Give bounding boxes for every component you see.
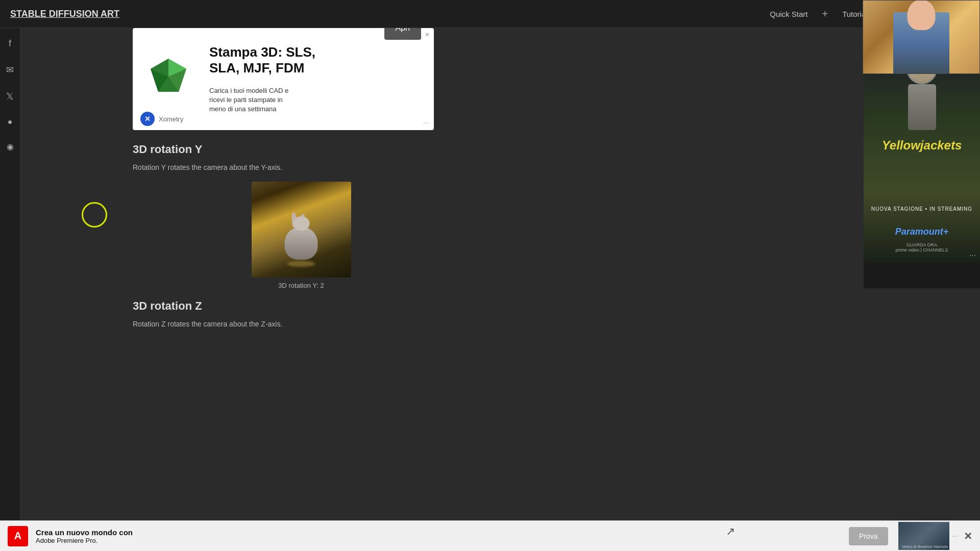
bottom-ad-button[interactable]: Prova	[849, 527, 888, 545]
top-ad-banner: ✕ Stampa 3D: SLS,SLA, MJF, FDM Apri Cari…	[133, 28, 434, 130]
webcam-overlay	[863, 0, 980, 74]
right-ad-sub-info: GUARDA ORAprime video | CHANNELS	[864, 242, 980, 253]
right-ad-title: Yellowjackets	[882, 138, 962, 153]
top-navigation: STABLE DIFFUSION ART Quick Start + Tutor…	[0, 0, 980, 28]
whatsapp-icon[interactable]: ◉	[7, 142, 14, 152]
rabbit-image	[252, 182, 351, 278]
right-ad-subtitle: NUOVA STAGIONE • IN STREAMING	[864, 206, 980, 212]
bottom-ad-text: Crea un nuovo mondo con Adobe Premiere P…	[36, 528, 849, 544]
social-sidebar: f ✉ 𝕏 ● ◉	[0, 28, 20, 551]
xometry-logo: ✕	[140, 112, 155, 126]
nav-plus-icon[interactable]: +	[822, 8, 828, 19]
image-caption: 3D rotation Y: 2	[278, 282, 324, 289]
rotation-y-title: 3D rotation Y	[133, 143, 470, 156]
ad-content-area: Stampa 3D: SLS,SLA, MJF, FDM Apri Carica…	[204, 37, 434, 122]
ad-close-button[interactable]: ✕	[425, 31, 430, 38]
bottom-ad-menu-dots[interactable]: ···	[952, 532, 959, 541]
reddit-icon[interactable]: ●	[8, 117, 13, 127]
bottom-ad-close-button[interactable]: ✕	[964, 530, 972, 542]
ad-footer: ✕ Xometry	[140, 112, 183, 126]
right-ad-menu-dots[interactable]: ···	[969, 251, 976, 260]
facebook-icon[interactable]: f	[9, 38, 11, 49]
site-logo[interactable]: STABLE DIFFUSION ART	[10, 9, 119, 19]
bottom-ad-image-label: Video di Beatrice Harrods	[902, 544, 948, 549]
adobe-logo: A	[8, 526, 28, 546]
bottom-ad-image: Video di Beatrice Harrods	[898, 522, 949, 550]
bottom-ad-subtitle: Adobe Premiere Pro.	[36, 537, 849, 544]
email-icon[interactable]: ✉	[6, 64, 14, 76]
rotation-y-description: Rotation Y rotates the camera about the …	[133, 163, 470, 171]
rotation-y-image-container: 3D rotation Y: 2	[133, 182, 470, 289]
main-content: ✕ Stampa 3D: SLS,SLA, MJF, FDM Apri Cari…	[20, 28, 480, 348]
bottom-ad-title: Crea un nuovo mondo con	[36, 528, 849, 537]
ad-menu-dots[interactable]: ···	[423, 118, 430, 128]
twitter-icon[interactable]: 𝕏	[6, 91, 14, 102]
bottom-ad-banner: A Crea un nuovo mondo con Adobe Premiere…	[0, 520, 980, 551]
ad-title: Stampa 3D: SLS,SLA, MJF, FDM	[209, 44, 315, 76]
rotation-z-title: 3D rotation Z	[133, 299, 470, 313]
paramount-logo: Paramount+	[895, 227, 949, 237]
nav-quick-start[interactable]: Quick Start	[770, 10, 807, 18]
ad-brand: Xometry	[159, 115, 183, 123]
rotation-z-description: Rotation Z rotates the camera about the …	[133, 320, 470, 328]
cursor-circle	[82, 202, 107, 228]
ad-description: Carica i tuoi modelli CAD e ricevi le pa…	[209, 86, 429, 114]
ad-3d-icon	[148, 56, 189, 102]
ad-open-button[interactable]: Apri	[384, 28, 421, 40]
